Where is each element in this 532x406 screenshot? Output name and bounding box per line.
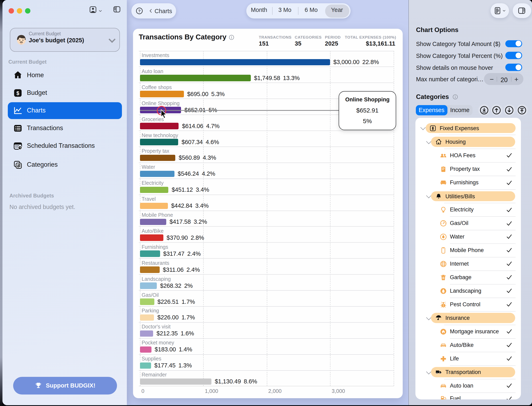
svg-text:$: $ <box>16 90 19 96</box>
svg-text:?: ? <box>138 9 140 13</box>
